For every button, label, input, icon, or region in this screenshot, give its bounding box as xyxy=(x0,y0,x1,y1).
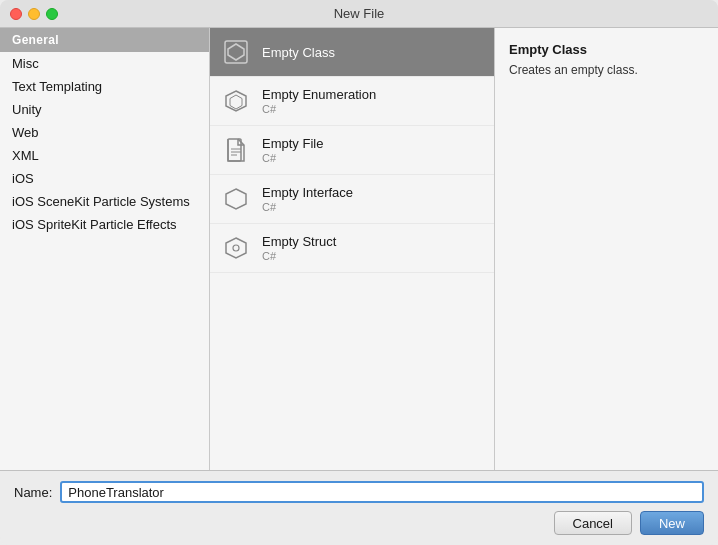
minimize-button[interactable] xyxy=(28,8,40,20)
button-row: Cancel New xyxy=(14,511,704,535)
maximize-button[interactable] xyxy=(46,8,58,20)
svg-rect-4 xyxy=(228,139,241,161)
empty-enumeration-icon xyxy=(220,85,252,117)
empty-file-info: Empty File C# xyxy=(262,136,323,164)
empty-interface-subtitle: C# xyxy=(262,201,353,213)
empty-enumeration-name: Empty Enumeration xyxy=(262,87,376,102)
left-panel: General Misc Text Templating Unity Web X… xyxy=(0,28,210,470)
empty-file-name: Empty File xyxy=(262,136,323,151)
svg-marker-2 xyxy=(226,91,246,111)
name-row: Name: xyxy=(14,481,704,503)
sidebar-item-xml[interactable]: XML xyxy=(0,144,209,167)
empty-class-icon xyxy=(220,36,252,68)
cancel-button[interactable]: Cancel xyxy=(554,511,632,535)
right-panel-title: Empty Class xyxy=(509,42,704,57)
window-title: New File xyxy=(334,6,385,21)
empty-struct-icon xyxy=(220,232,252,264)
empty-class-info: Empty Class xyxy=(262,45,335,60)
svg-marker-1 xyxy=(228,44,244,60)
close-button[interactable] xyxy=(10,8,22,20)
empty-interface-info: Empty Interface C# xyxy=(262,185,353,213)
svg-marker-3 xyxy=(230,95,242,109)
window-controls xyxy=(10,8,58,20)
main-content: General Misc Text Templating Unity Web X… xyxy=(0,28,718,470)
empty-struct-info: Empty Struct C# xyxy=(262,234,336,262)
empty-file-subtitle: C# xyxy=(262,152,323,164)
template-empty-enumeration[interactable]: Empty Enumeration C# xyxy=(210,77,494,126)
template-empty-file[interactable]: Empty File C# xyxy=(210,126,494,175)
bottom-bar: Name: Cancel New xyxy=(0,470,718,545)
empty-struct-name: Empty Struct xyxy=(262,234,336,249)
empty-interface-icon xyxy=(220,183,252,215)
sidebar-item-text-templating[interactable]: Text Templating xyxy=(0,75,209,98)
left-panel-header: General xyxy=(0,28,209,52)
sidebar-item-unity[interactable]: Unity xyxy=(0,98,209,121)
sidebar-item-misc[interactable]: Misc xyxy=(0,52,209,75)
svg-marker-8 xyxy=(226,189,246,209)
template-empty-struct[interactable]: Empty Struct C# xyxy=(210,224,494,273)
empty-interface-name: Empty Interface xyxy=(262,185,353,200)
template-empty-class[interactable]: Empty Class xyxy=(210,28,494,77)
empty-file-icon xyxy=(220,134,252,166)
svg-marker-9 xyxy=(226,238,246,258)
name-input[interactable] xyxy=(60,481,704,503)
sidebar-item-web[interactable]: Web xyxy=(0,121,209,144)
new-button[interactable]: New xyxy=(640,511,704,535)
title-bar: New File xyxy=(0,0,718,28)
empty-class-name: Empty Class xyxy=(262,45,335,60)
template-empty-interface[interactable]: Empty Interface C# xyxy=(210,175,494,224)
sidebar-item-ios[interactable]: iOS xyxy=(0,167,209,190)
empty-enumeration-info: Empty Enumeration C# xyxy=(262,87,376,115)
name-label: Name: xyxy=(14,485,52,500)
sidebar-item-ios-scenekit[interactable]: iOS SceneKit Particle Systems xyxy=(0,190,209,213)
right-panel-description: Creates an empty class. xyxy=(509,63,704,77)
empty-struct-subtitle: C# xyxy=(262,250,336,262)
right-panel: Empty Class Creates an empty class. xyxy=(495,28,718,470)
sidebar-item-ios-spritekit[interactable]: iOS SpriteKit Particle Effects xyxy=(0,213,209,236)
svg-point-10 xyxy=(233,245,239,251)
empty-enumeration-subtitle: C# xyxy=(262,103,376,115)
middle-panel: Empty Class Empty Enumeration C# xyxy=(210,28,495,470)
